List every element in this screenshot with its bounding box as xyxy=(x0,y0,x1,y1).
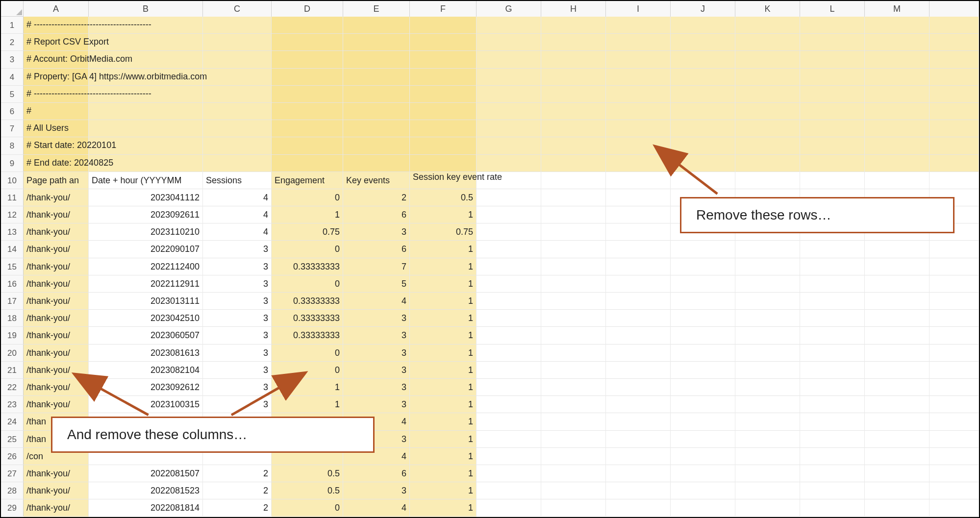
cell-F25[interactable]: 1 xyxy=(410,431,477,448)
cell-L21[interactable] xyxy=(800,362,865,379)
cell-L25[interactable] xyxy=(800,431,865,448)
cell-H25[interactable] xyxy=(541,431,606,448)
cell-M16[interactable] xyxy=(865,275,930,293)
cell-I12[interactable] xyxy=(606,206,671,223)
cell-F20[interactable]: 1 xyxy=(410,345,477,362)
cell-F14[interactable]: 1 xyxy=(410,241,477,258)
cell-M8[interactable] xyxy=(865,137,930,154)
row-header-28[interactable]: 28 xyxy=(1,482,24,499)
cell-H14[interactable] xyxy=(541,241,606,258)
cell-L20[interactable] xyxy=(800,345,865,362)
cell-H15[interactable] xyxy=(541,258,606,275)
cell-J3[interactable] xyxy=(671,51,735,68)
row-header-21[interactable]: 21 xyxy=(1,362,24,378)
cell-G22[interactable] xyxy=(477,379,541,396)
cell-B17[interactable]: 2023013111 xyxy=(89,293,203,310)
cell-M23[interactable] xyxy=(865,396,930,413)
cell-K7[interactable] xyxy=(735,120,800,137)
cell-B10[interactable]: Date + hour (YYYYMM xyxy=(89,172,203,189)
cell-C16[interactable]: 3 xyxy=(203,275,272,293)
cell-D2[interactable] xyxy=(272,34,343,51)
cell-H20[interactable] xyxy=(541,345,606,362)
cell-H26[interactable] xyxy=(541,448,606,465)
cell-D7[interactable] xyxy=(272,120,343,137)
cell-C3[interactable] xyxy=(203,51,272,68)
cell-H13[interactable] xyxy=(541,223,606,241)
cell-I15[interactable] xyxy=(606,258,671,275)
cell-B3[interactable] xyxy=(89,51,203,68)
cell-C20[interactable]: 3 xyxy=(203,345,272,362)
cell-E21[interactable]: 3 xyxy=(343,362,410,379)
cell-H24[interactable] xyxy=(541,413,606,430)
cell-L18[interactable] xyxy=(800,310,865,327)
cell-A29[interactable]: /thank-you/ xyxy=(24,499,89,517)
cell-G7[interactable] xyxy=(477,120,541,137)
cell-L4[interactable] xyxy=(800,69,865,86)
cell-G5[interactable] xyxy=(477,86,541,103)
cell-K10[interactable] xyxy=(735,172,800,189)
cell-I13[interactable] xyxy=(606,223,671,241)
cell-K3[interactable] xyxy=(735,51,800,68)
cell-E19[interactable]: 3 xyxy=(343,327,410,344)
row-header-23[interactable]: 23 xyxy=(1,396,24,413)
cell-M2[interactable] xyxy=(865,34,930,51)
col-header-K[interactable]: K xyxy=(735,1,800,17)
cell-E4[interactable] xyxy=(343,69,410,86)
cell-L15[interactable] xyxy=(800,258,865,275)
cell-J17[interactable] xyxy=(671,293,735,310)
cell-K29[interactable] xyxy=(735,499,800,517)
cell-I21[interactable] xyxy=(606,362,671,379)
cell-H4[interactable] xyxy=(541,69,606,86)
cell-E16[interactable]: 5 xyxy=(343,275,410,293)
cell-K16[interactable] xyxy=(735,275,800,293)
cell-I9[interactable] xyxy=(606,155,671,172)
cell-G8[interactable] xyxy=(477,137,541,154)
cell-M22[interactable] xyxy=(865,379,930,396)
cell-I6[interactable] xyxy=(606,103,671,120)
cell-B29[interactable]: 2022081814 xyxy=(89,499,203,517)
cell-G15[interactable] xyxy=(477,258,541,275)
cell-G21[interactable] xyxy=(477,362,541,379)
cell-B27[interactable]: 2022081507 xyxy=(89,465,203,482)
cell-L8[interactable] xyxy=(800,137,865,154)
cell-F16[interactable]: 1 xyxy=(410,275,477,293)
cell-C17[interactable]: 3 xyxy=(203,293,272,310)
cell-D15[interactable]: 0.33333333 xyxy=(272,258,343,275)
cell-J10[interactable] xyxy=(671,172,735,189)
cell-L23[interactable] xyxy=(800,396,865,413)
col-header-I[interactable]: I xyxy=(606,1,671,17)
row-header-20[interactable]: 20 xyxy=(1,345,24,361)
cell-B18[interactable]: 2023042510 xyxy=(89,310,203,327)
row-header-5[interactable]: 5 xyxy=(1,86,24,102)
cell-H19[interactable] xyxy=(541,327,606,344)
cell-G18[interactable] xyxy=(477,310,541,327)
row-header-19[interactable]: 19 xyxy=(1,327,24,344)
cell-M21[interactable] xyxy=(865,362,930,379)
cell-H11[interactable] xyxy=(541,189,606,206)
row-header-11[interactable]: 11 xyxy=(1,189,24,206)
cell-M4[interactable] xyxy=(865,69,930,86)
cell-K28[interactable] xyxy=(735,482,800,499)
cell-D1[interactable] xyxy=(272,17,343,34)
cell-G10[interactable] xyxy=(477,172,541,189)
cell-E14[interactable]: 6 xyxy=(343,241,410,258)
row-header-17[interactable]: 17 xyxy=(1,293,24,309)
cell-I27[interactable] xyxy=(606,465,671,482)
cell-J2[interactable] xyxy=(671,34,735,51)
cell-J21[interactable] xyxy=(671,362,735,379)
cell-G11[interactable] xyxy=(477,189,541,206)
cell-G14[interactable] xyxy=(477,241,541,258)
cell-I18[interactable] xyxy=(606,310,671,327)
cell-J9[interactable] xyxy=(671,155,735,172)
cell-F3[interactable] xyxy=(410,51,477,68)
col-header-J[interactable]: J xyxy=(671,1,735,17)
cell-D17[interactable]: 0.33333333 xyxy=(272,293,343,310)
row-header-25[interactable]: 25 xyxy=(1,431,24,447)
cell-K2[interactable] xyxy=(735,34,800,51)
cell-H18[interactable] xyxy=(541,310,606,327)
cell-A15[interactable]: /thank-you/ xyxy=(24,258,89,275)
cell-H3[interactable] xyxy=(541,51,606,68)
cell-A3[interactable] xyxy=(24,51,89,68)
cell-C29[interactable]: 2 xyxy=(203,499,272,517)
cell-A28[interactable]: /thank-you/ xyxy=(24,482,89,499)
